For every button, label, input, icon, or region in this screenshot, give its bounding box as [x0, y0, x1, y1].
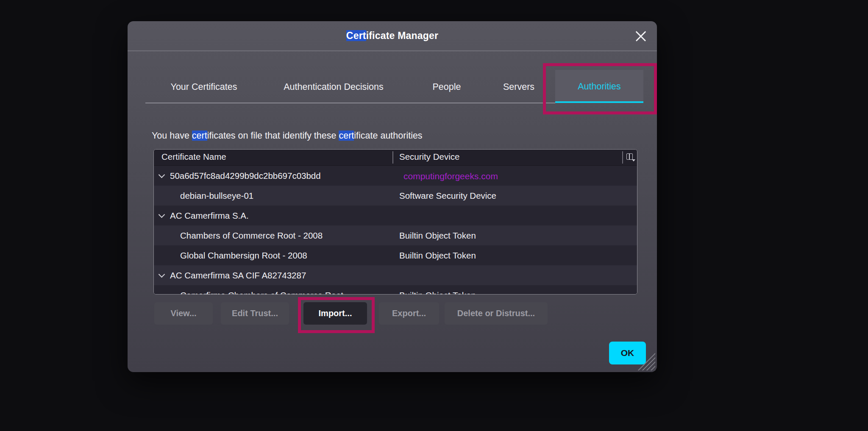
security-device-cell: Builtin Object Token — [399, 231, 476, 240]
column-header-certificate-name[interactable]: Certificate Name — [161, 152, 226, 162]
certificates-table: Certificate Name Security Device 50a6d57… — [153, 149, 637, 295]
delete-or-distrust-button[interactable]: Delete or Distrust... — [445, 302, 548, 325]
certificate-name-cell: AC Camerfirma SA CIF A82743287 — [170, 270, 306, 281]
security-device-cell: Software Security Device — [399, 191, 496, 200]
close-icon[interactable] — [632, 27, 650, 45]
certificate-manager-dialog: Certificate Manager Your Certificates Au… — [128, 21, 657, 372]
column-picker-arrow — [632, 159, 635, 161]
security-device-cell: Builtin Object Token — [399, 290, 476, 295]
column-header-security-device[interactable]: Security Device — [399, 152, 459, 162]
tab-your-certificates[interactable]: Your Certificates — [171, 81, 237, 92]
intro-part: ificates on file that identify these — [207, 131, 339, 141]
selected-tab-indicator — [555, 101, 643, 103]
export-button[interactable]: Export... — [379, 302, 439, 325]
table-body: 50a6d57fc8ad4299b9dc2bb697c03bdd debian-… — [154, 166, 637, 295]
chevron-down-icon[interactable] — [159, 211, 165, 218]
certificate-name-cell: Global Chambersign Root - 2008 — [180, 250, 307, 261]
table-header: Certificate Name Security Device — [154, 150, 637, 166]
import-button[interactable]: Import... — [303, 302, 367, 325]
table-row[interactable]: Global Chambersign Root - 2008 Builtin O… — [154, 245, 637, 265]
chevron-down-icon[interactable] — [159, 271, 165, 278]
title-rest: ificate Manager — [366, 30, 438, 41]
tab-authorities[interactable]: Authorities — [555, 70, 643, 103]
column-divider — [622, 151, 623, 164]
ok-button[interactable]: OK — [609, 342, 646, 364]
tabs-underline — [145, 103, 555, 103]
table-row[interactable]: AC Camerfirma SA CIF A82743287 — [154, 265, 637, 285]
intro-part: ificate authorities — [354, 131, 422, 141]
title-find-highlight: Cert — [346, 30, 366, 41]
tab-authentication-decisions[interactable]: Authentication Decisions — [284, 81, 383, 92]
intro-text: You have certificates on file that ident… — [152, 130, 423, 142]
table-row[interactable]: 50a6d57fc8ad4299b9dc2bb697c03bdd — [154, 166, 637, 186]
certificate-name-cell: 50a6d57fc8ad4299b9dc2bb697c03bdd — [170, 171, 321, 181]
edit-trust-button[interactable]: Edit Trust... — [221, 302, 289, 325]
table-row[interactable]: Chambers of Commerce Root - 2008 Builtin… — [154, 225, 637, 245]
column-picker-icon[interactable] — [626, 153, 635, 162]
column-picker-grid — [626, 153, 633, 160]
dialog-title: Certificate Manager — [346, 30, 438, 42]
tab-authorities-label: Authorities — [578, 81, 621, 92]
find-highlight: cert — [339, 131, 354, 141]
tab-servers[interactable]: Servers — [503, 81, 534, 92]
certificate-name-cell: debian-bullseye-01 — [180, 191, 253, 201]
chevron-down-icon[interactable] — [159, 172, 165, 178]
table-row-clipped[interactable]: Camerfirma Chambers of Commerce Root Bui… — [154, 285, 637, 295]
view-button[interactable]: View... — [154, 302, 213, 325]
certificate-name-cell: Camerfirma Chambers of Commerce Root — [180, 290, 343, 295]
table-row[interactable]: debian-bullseye-01 Software Security Dev… — [154, 186, 637, 206]
column-divider[interactable] — [392, 151, 393, 164]
security-device-cell: Builtin Object Token — [399, 250, 476, 260]
desktop-background: Certificate Manager Your Certificates Au… — [0, 0, 868, 431]
tab-people[interactable]: People — [433, 81, 461, 92]
find-highlight: cert — [192, 131, 207, 141]
certificate-name-cell: AC Camerfirma S.A. — [170, 211, 249, 221]
certificate-name-cell: Chambers of Commerce Root - 2008 — [180, 231, 323, 241]
intro-part: You have — [152, 131, 192, 141]
dialog-titlebar: Certificate Manager — [128, 21, 657, 51]
table-row[interactable]: AC Camerfirma S.A. — [154, 206, 637, 225]
